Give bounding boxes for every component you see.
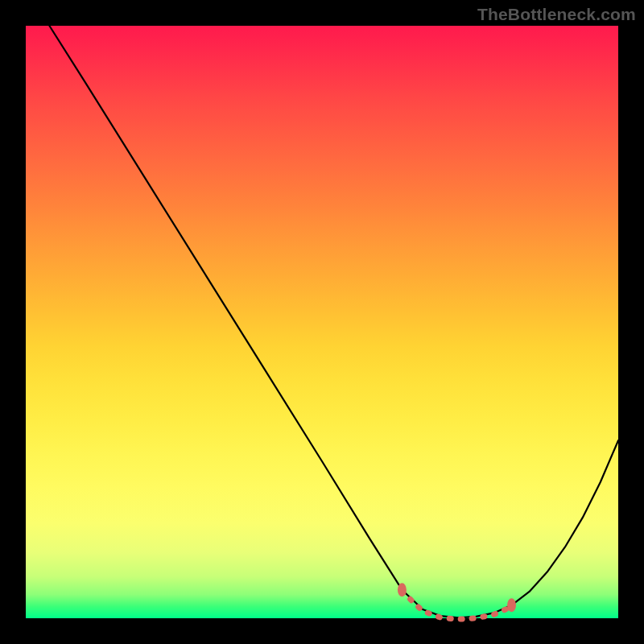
- marker-1: [507, 598, 516, 612]
- chart-frame: TheBottleneck.com: [0, 0, 644, 644]
- optimal-range-dotted: [402, 592, 511, 620]
- marker-0: [398, 583, 407, 597]
- markers: [398, 583, 516, 612]
- bottleneck-curve: [49, 26, 618, 617]
- plot-area: [26, 26, 618, 618]
- curve-svg: [26, 26, 618, 618]
- watermark-text: TheBottleneck.com: [477, 5, 636, 24]
